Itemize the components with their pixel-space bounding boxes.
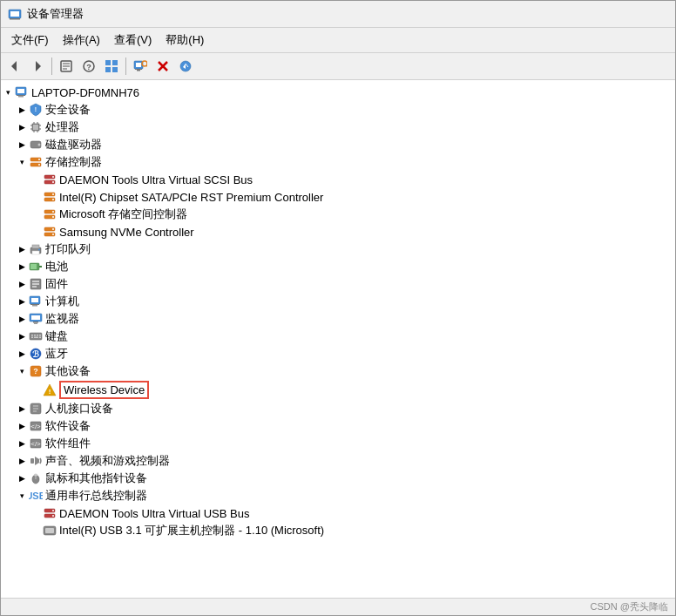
svg-marker-3 — [11, 61, 17, 71]
expander-battery[interactable]: ▶ — [15, 260, 29, 274]
tree-node-processor[interactable]: ▶ 处理器 — [1, 118, 675, 136]
expander-security[interactable]: ▶ — [15, 103, 29, 117]
svg-rect-82 — [30, 333, 42, 340]
svg-point-45 — [38, 159, 40, 160]
expander-none — [29, 207, 43, 221]
tree-label-ms-storage: Microsoft 存储空间控制器 — [59, 206, 187, 222]
tree-node-daemon-usb[interactable]: DAEMON Tools Ultra Virtual USB Bus — [1, 504, 675, 522]
svg-rect-79 — [31, 315, 40, 320]
expander-other[interactable]: ▾ — [15, 364, 29, 378]
scan-button[interactable] — [130, 56, 151, 77]
expander-monitor[interactable]: ▶ — [15, 312, 29, 326]
properties-button[interactable] — [56, 56, 77, 77]
svg-text:</>: </> — [30, 423, 41, 430]
tree-label-storage: 存储控制器 — [45, 154, 102, 170]
tree-label-serial: 通用串行总线控制器 — [45, 488, 147, 504]
svg-point-46 — [38, 164, 40, 166]
properties-icon — [59, 59, 73, 73]
forward-button[interactable] — [27, 56, 48, 77]
tree-node-intel-usb[interactable]: Intel(R) USB 3.1 可扩展主机控制器 - 1.10 (Micros… — [1, 522, 675, 539]
tree-node-root[interactable]: ▾ LAPTOP-DF0MNH76 — [1, 84, 675, 101]
expander-root[interactable]: ▾ — [1, 85, 15, 99]
svg-point-107 — [34, 474, 37, 477]
icon-usb: USB — [29, 489, 43, 503]
tree-node-firmware[interactable]: ▶ 固件 — [1, 275, 675, 293]
expander-software-comp[interactable]: ▶ — [15, 437, 29, 450]
tree-node-software-dev[interactable]: ▶ </> 软件设备 — [1, 417, 675, 435]
tree-label-keyboard: 键盘 — [45, 328, 68, 344]
menu-help[interactable]: 帮助(H) — [159, 30, 211, 51]
expander-disk[interactable]: ▶ — [15, 138, 29, 152]
expander-serial[interactable]: ▾ — [15, 489, 29, 503]
remove-button[interactable] — [152, 56, 173, 77]
svg-rect-87 — [31, 337, 33, 339]
scan-icon — [133, 59, 147, 73]
tree-label-intel-sata: Intel(R) Chipset SATA/PCIe RST Premium C… — [59, 191, 323, 204]
expander-hid[interactable]: ▶ — [15, 402, 29, 416]
toolbar-sep-1 — [51, 58, 52, 75]
tree-node-monitor[interactable]: ▶ 监视器 — [1, 310, 675, 328]
tree-label-mouse: 鼠标和其他指针设备 — [45, 470, 147, 486]
update-button[interactable] — [175, 56, 196, 77]
tree-node-keyboard[interactable]: ▶ 键盘 — [1, 328, 675, 345]
svg-point-54 — [52, 199, 54, 200]
tree-node-sound[interactable]: ▶ 声音、视频和游戏控制器 — [1, 452, 675, 470]
expander-firmware[interactable]: ▶ — [15, 277, 29, 291]
tree-node-intel-sata[interactable]: Intel(R) Chipset SATA/PCIe RST Premium C… — [1, 188, 675, 206]
icon-mouse — [29, 471, 43, 485]
expander-software-dev[interactable]: ▶ — [15, 419, 29, 433]
svg-point-49 — [52, 176, 54, 178]
tree-label-other: 其他设备 — [45, 363, 91, 379]
tree-node-security[interactable]: ▶ ! 安全设备 — [1, 101, 675, 118]
content-area: ▾ LAPTOP-DF0MNH76 ▶ — [1, 80, 675, 598]
tree-label-printer: 打印队列 — [45, 241, 91, 257]
expander-storage[interactable]: ▾ — [15, 155, 29, 169]
expander-none — [29, 190, 43, 204]
tree-node-disk[interactable]: ▶ 磁盘驱动器 — [1, 136, 675, 153]
tree-node-other[interactable]: ▾ ? 其他设备 — [1, 362, 675, 380]
svg-rect-75 — [31, 298, 38, 302]
svg-line-20 — [146, 65, 147, 67]
watermark-text: CSDN @秃头降临 — [591, 600, 672, 613]
svg-rect-88 — [34, 337, 38, 339]
back-button[interactable] — [4, 56, 25, 77]
expander-printer[interactable]: ▶ — [15, 242, 29, 256]
device-manager-window: 设备管理器 文件(F) 操作(A) 查看(V) 帮助(H) — [0, 0, 676, 616]
tree-node-hid[interactable]: ▶ 人机接口设备 — [1, 400, 675, 417]
menu-action[interactable]: 操作(A) — [56, 30, 107, 51]
expander-bluetooth[interactable]: ▶ — [15, 347, 29, 361]
tree-node-ms-storage[interactable]: Microsoft 存储空间控制器 — [1, 206, 675, 223]
expander-processor[interactable]: ▶ — [15, 120, 29, 134]
status-bar: CSDN @秃头降临 — [1, 598, 675, 615]
expander-keyboard[interactable]: ▶ — [15, 329, 29, 343]
expander-computer[interactable]: ▶ — [15, 294, 29, 308]
svg-rect-69 — [30, 264, 37, 269]
tree-node-printer[interactable]: ▶ 打印队列 — [1, 240, 675, 258]
svg-rect-14 — [112, 67, 118, 72]
menu-view[interactable]: 查看(V) — [107, 30, 159, 51]
tree-label-root: LAPTOP-DF0MNH76 — [31, 86, 139, 99]
tree-node-samsung-nvme[interactable]: Samsung NVMe Controller — [1, 223, 675, 240]
tree-node-battery[interactable]: ▶ 电池 — [1, 258, 675, 275]
tree-node-bluetooth[interactable]: ▶ ℬ 蓝牙 — [1, 345, 675, 362]
expander-sound[interactable]: ▶ — [15, 454, 29, 468]
tree-node-wireless[interactable]: ! Wireless Device — [1, 380, 675, 400]
tree-node-computer[interactable]: ▶ 计算机 — [1, 293, 675, 310]
window-title: 设备管理器 — [27, 6, 84, 22]
svg-rect-2 — [10, 18, 20, 20]
expander-mouse[interactable]: ▶ — [15, 471, 29, 485]
tree-node-serial[interactable]: ▾ USB 通用串行总线控制器 — [1, 487, 675, 504]
device-tree[interactable]: ▾ LAPTOP-DF0MNH76 ▶ — [1, 80, 675, 598]
tree-node-storage[interactable]: ▾ 存储控制器 — [1, 153, 675, 171]
view-toggle-button[interactable] — [101, 56, 122, 77]
tree-node-daemon-scsi[interactable]: DAEMON Tools Ultra Virtual SCSI Bus — [1, 171, 675, 188]
tree-node-mouse[interactable]: ▶ 鼠标和其他指针设备 — [1, 470, 675, 487]
svg-text:USB: USB — [29, 491, 43, 501]
tree-node-software-comp[interactable]: ▶ </> 软件组件 — [1, 435, 675, 452]
tree-label-processor: 处理器 — [45, 119, 79, 135]
remove-icon — [156, 59, 170, 73]
svg-rect-76 — [30, 304, 39, 305]
svg-point-42 — [38, 144, 41, 146]
menu-file[interactable]: 文件(F) — [4, 30, 56, 51]
help-button[interactable]: ? — [78, 56, 99, 77]
